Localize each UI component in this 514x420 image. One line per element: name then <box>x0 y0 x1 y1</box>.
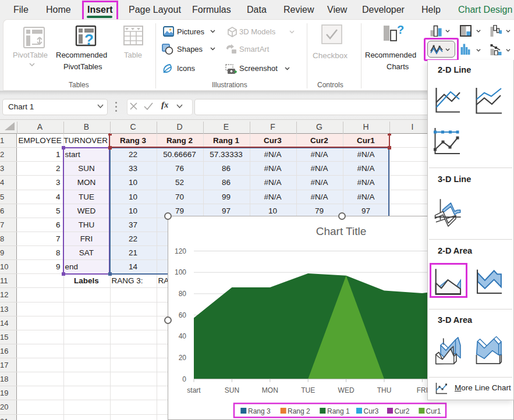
svg-text:Chart Title: Chart Title <box>316 225 367 237</box>
svg-text:WED: WED <box>338 386 355 394</box>
svg-text:MON: MON <box>262 386 278 394</box>
svg-text:Rang 2: Rang 2 <box>288 407 310 415</box>
svg-text:60: 60 <box>179 311 187 319</box>
svg-text:120: 120 <box>175 247 186 255</box>
svg-text:100: 100 <box>175 268 186 276</box>
svg-text:TUE: TUE <box>301 386 315 394</box>
svg-text:SUN: SUN <box>225 386 239 394</box>
svg-text:FRI: FRI <box>417 386 428 394</box>
svg-text:Cur2: Cur2 <box>395 407 410 415</box>
svg-text:start: start <box>187 386 201 394</box>
svg-text:Cur1: Cur1 <box>426 407 441 415</box>
svg-text:0: 0 <box>182 375 186 383</box>
svg-text:THU: THU <box>377 386 392 394</box>
svg-text:40: 40 <box>179 332 187 340</box>
svg-text:?: ? <box>84 31 94 48</box>
svg-text:Rang 1: Rang 1 <box>327 407 350 415</box>
svg-text:?: ? <box>397 25 404 36</box>
svg-text:Rang 3: Rang 3 <box>248 407 271 415</box>
svg-text:20: 20 <box>179 354 187 362</box>
svg-text:80: 80 <box>179 290 187 298</box>
svg-text:Cur3: Cur3 <box>364 407 379 415</box>
